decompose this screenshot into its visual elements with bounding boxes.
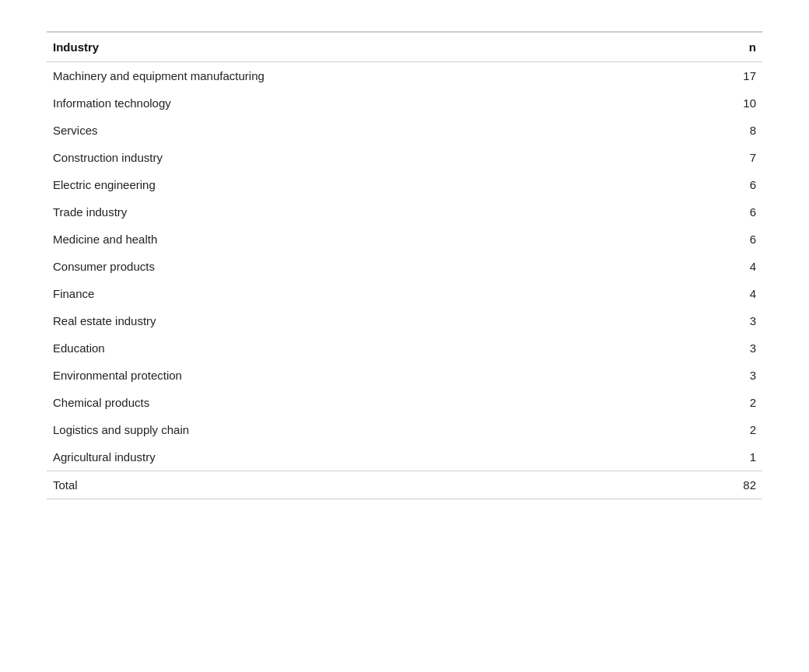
table-row: Information technology10 bbox=[47, 89, 762, 117]
cell-industry: Finance bbox=[47, 280, 689, 307]
table-header-row: Industry n bbox=[47, 32, 762, 62]
cell-n: 7 bbox=[689, 144, 762, 171]
cell-industry: Services bbox=[47, 117, 689, 144]
cell-industry: Consumer products bbox=[47, 253, 689, 280]
cell-industry: Construction industry bbox=[47, 144, 689, 171]
table-row: Chemical products2 bbox=[47, 389, 762, 416]
cell-n: 2 bbox=[689, 389, 762, 416]
cell-industry: Trade industry bbox=[47, 198, 689, 226]
cell-industry: Chemical products bbox=[47, 389, 689, 416]
table-row: Environmental protection3 bbox=[47, 362, 762, 389]
cell-industry: Environmental protection bbox=[47, 362, 689, 389]
cell-industry: Agricultural industry bbox=[47, 443, 689, 471]
table-row: Consumer products4 bbox=[47, 253, 762, 280]
cell-n: 6 bbox=[689, 226, 762, 253]
cell-industry: Electric engineering bbox=[47, 171, 689, 198]
cell-n: 4 bbox=[689, 280, 762, 307]
table-row: Education3 bbox=[47, 334, 762, 362]
cell-n: 3 bbox=[689, 362, 762, 389]
cell-n: 6 bbox=[689, 198, 762, 226]
table-row: Real estate industry3 bbox=[47, 307, 762, 334]
industry-table: Industry n Machinery and equipment manuf… bbox=[47, 31, 762, 499]
cell-industry: Logistics and supply chain bbox=[47, 416, 689, 443]
column-header-industry: Industry bbox=[47, 32, 689, 62]
cell-n: 10 bbox=[689, 89, 762, 117]
cell-n: 3 bbox=[689, 307, 762, 334]
table-row: Finance4 bbox=[47, 280, 762, 307]
table-row: Trade industry6 bbox=[47, 198, 762, 226]
table-row: Medicine and health6 bbox=[47, 226, 762, 253]
cell-n: 17 bbox=[689, 62, 762, 90]
table-row: Machinery and equipment manufacturing17 bbox=[47, 62, 762, 90]
cell-n: 1 bbox=[689, 443, 762, 471]
cell-industry: Information technology bbox=[47, 89, 689, 117]
cell-n: 4 bbox=[689, 253, 762, 280]
footer-value: 82 bbox=[689, 471, 762, 499]
table-row: Services8 bbox=[47, 117, 762, 144]
table-row: Agricultural industry1 bbox=[47, 443, 762, 471]
footer-label: Total bbox=[47, 471, 689, 499]
cell-industry: Real estate industry bbox=[47, 307, 689, 334]
cell-n: 8 bbox=[689, 117, 762, 144]
cell-industry: Machinery and equipment manufacturing bbox=[47, 62, 689, 90]
table-footer-row: Total 82 bbox=[47, 471, 762, 499]
cell-n: 6 bbox=[689, 171, 762, 198]
table-row: Electric engineering6 bbox=[47, 171, 762, 198]
table-row: Construction industry7 bbox=[47, 144, 762, 171]
cell-industry: Education bbox=[47, 334, 689, 362]
cell-industry: Medicine and health bbox=[47, 226, 689, 253]
column-header-n: n bbox=[689, 32, 762, 62]
table-row: Logistics and supply chain2 bbox=[47, 416, 762, 443]
industry-table-container: Industry n Machinery and equipment manuf… bbox=[47, 31, 762, 499]
cell-n: 3 bbox=[689, 334, 762, 362]
cell-n: 2 bbox=[689, 416, 762, 443]
